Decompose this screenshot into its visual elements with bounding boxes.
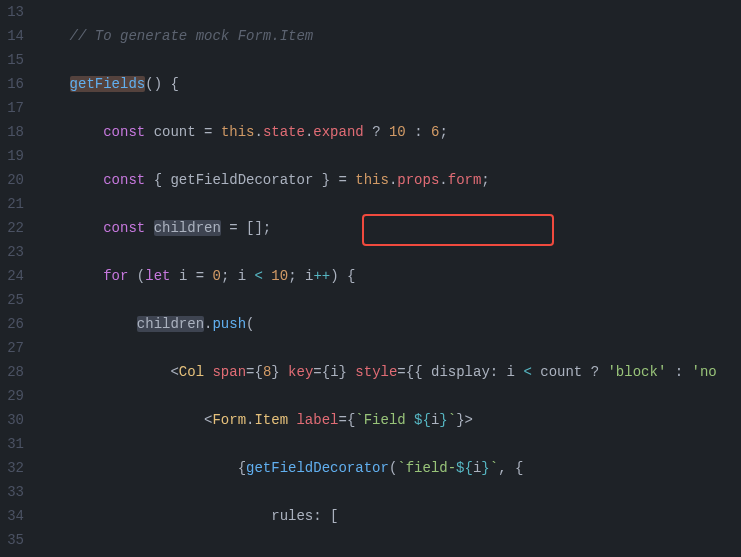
line-number: 13 <box>0 0 24 24</box>
code-line: <Col span={8} key={i} style={{ display: … <box>36 360 741 384</box>
line-number: 32 <box>0 456 24 480</box>
line-number: 15 <box>0 48 24 72</box>
code-line: { <box>36 552 741 557</box>
line-number: 34 <box>0 504 24 528</box>
line-number: 30 <box>0 408 24 432</box>
line-number: 33 <box>0 480 24 504</box>
code-line: {getFieldDecorator(`field-${i}`, { <box>36 456 741 480</box>
code-line: rules: [ <box>36 504 741 528</box>
code-line: for (let i = 0; i < 10; i++) { <box>36 264 741 288</box>
line-number: 17 <box>0 96 24 120</box>
line-number-gutter: 1314151617181920212223242526272829303132… <box>0 0 36 557</box>
line-number: 21 <box>0 192 24 216</box>
line-number: 24 <box>0 264 24 288</box>
function-name: getFields <box>70 76 146 92</box>
comment: // To generate mock Form.Item <box>70 28 314 44</box>
code-line: const children = []; <box>36 216 741 240</box>
code-line: // To generate mock Form.Item <box>36 24 741 48</box>
highlighted-word: children <box>137 316 204 332</box>
line-number: 16 <box>0 72 24 96</box>
code-editor[interactable]: 1314151617181920212223242526272829303132… <box>0 0 741 557</box>
line-number: 29 <box>0 384 24 408</box>
code-line: const count = this.state.expand ? 10 : 6… <box>36 120 741 144</box>
line-number: 28 <box>0 360 24 384</box>
line-number: 31 <box>0 432 24 456</box>
line-number: 22 <box>0 216 24 240</box>
line-number: 26 <box>0 312 24 336</box>
line-number: 20 <box>0 168 24 192</box>
line-number: 19 <box>0 144 24 168</box>
line-number: 27 <box>0 336 24 360</box>
code-line: <Form.Item label={`Field ${i}`}> <box>36 408 741 432</box>
line-number: 18 <box>0 120 24 144</box>
code-line: const { getFieldDecorator } = this.props… <box>36 168 741 192</box>
line-number: 14 <box>0 24 24 48</box>
code-area[interactable]: // To generate mock Form.Item getFields(… <box>36 0 741 557</box>
code-line: children.push( <box>36 312 741 336</box>
line-number: 35 <box>0 528 24 552</box>
highlighted-word: children <box>154 220 221 236</box>
line-number: 23 <box>0 240 24 264</box>
code-line: getFields() { <box>36 72 741 96</box>
line-number: 25 <box>0 288 24 312</box>
